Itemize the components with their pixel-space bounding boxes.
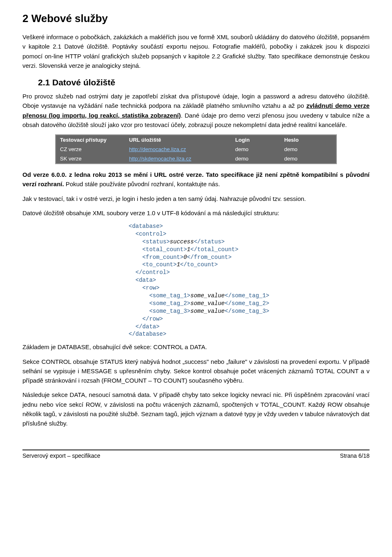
xml-tag: </from_count>: [187, 254, 232, 261]
table-row: SK verze http://skdemocache.liza.cz demo…: [56, 154, 336, 164]
xml-tag: <total_count>: [143, 246, 187, 253]
text: Pokud stále používáte původní rozhraní, …: [64, 180, 220, 187]
xml-tag: </status>: [194, 238, 225, 245]
paragraph-data: Následuje sekce DATA, nesoucí samotná da…: [22, 390, 370, 428]
cell-password: demo: [280, 154, 336, 164]
footer: Serverový export – specifikace Strana 6/…: [0, 449, 392, 463]
xml-tag: <some_tag_1>: [149, 292, 190, 299]
document-page: 2 Webové služby Veškeré informace o pobo…: [0, 0, 392, 441]
footer-left: Serverový export – specifikace: [22, 452, 100, 459]
xml-tag: <status>: [143, 238, 170, 245]
xml-tag: </database>: [129, 331, 166, 337]
paragraph-version-note: Od verze 6.0.0. z ledna roku 2013 se měn…: [22, 170, 370, 189]
xml-tag: </total_count>: [190, 246, 238, 253]
xml-value: some_value: [190, 292, 225, 299]
xml-value: 0: [183, 254, 187, 261]
paragraph-database: Základem je DATABASE, obsahující dvě sek…: [22, 342, 370, 352]
cell-url-link[interactable]: http://skdemocache.liza.cz: [125, 154, 231, 164]
xml-tag: </to_count>: [180, 261, 218, 268]
paragraph-structure-intro: Datové úložiště obsahuje XML soubory ver…: [22, 208, 370, 218]
xml-tag: <database>: [129, 223, 163, 229]
cell-url-link[interactable]: http://democache.liza.cz: [125, 145, 231, 154]
cell-login: demo: [231, 154, 280, 164]
xml-tag: <to_count>: [143, 261, 177, 268]
th-login: Login: [231, 135, 280, 145]
xml-tag: </some_tag_2>: [225, 300, 269, 307]
xml-tag: <data>: [136, 277, 156, 283]
xml-tag: <control>: [136, 231, 167, 237]
footer-divider: [22, 449, 370, 452]
xml-value: some_value: [190, 300, 225, 307]
xml-tag: </row>: [143, 316, 163, 322]
table-header-row: Testovací přístupy URL úložiště Login He…: [56, 135, 336, 145]
xml-tag: </data>: [136, 323, 160, 330]
paragraph-control: Sekce CONTROL obsahuje STATUS který nabý…: [22, 357, 370, 385]
th-access: Testovací přístupy: [56, 135, 125, 145]
access-table: Testovací přístupy URL úložiště Login He…: [55, 134, 337, 164]
xml-value: 1: [177, 261, 180, 268]
xml-tag: </some_tag_1>: [225, 292, 269, 299]
xml-tag: <some_tag_2>: [149, 300, 190, 307]
cell-version: SK verze: [56, 154, 125, 164]
footer-row: Serverový export – specifikace Strana 6/…: [0, 452, 392, 463]
xml-tag: <some_tag_3>: [149, 308, 190, 314]
table-row: CZ verze http://democache.liza.cz demo d…: [56, 145, 336, 154]
heading-2: 2.1 Datové úložiště: [22, 78, 370, 87]
xml-code-block: <database> <control> <status>success</st…: [129, 223, 370, 338]
xml-value: some_value: [190, 308, 225, 314]
xml-value: success: [170, 238, 194, 245]
xml-tag: <row>: [143, 285, 160, 291]
th-password: Heslo: [280, 135, 336, 145]
cell-version: CZ verze: [56, 145, 125, 154]
xml-tag: </some_tag_3>: [225, 308, 269, 314]
paragraph-2: Pro provoz služeb nad ostrými daty je za…: [22, 91, 370, 129]
xml-tag: </control>: [136, 269, 170, 276]
heading-1: 2 Webové služby: [22, 12, 370, 25]
th-url: URL úložiště: [125, 135, 231, 145]
footer-right: Strana 6/18: [340, 452, 370, 459]
paragraph-intro: Veškeré informace o pobočkách, zakázkách…: [22, 32, 370, 70]
cell-password: demo: [280, 145, 336, 154]
xml-tag: <from_count>: [143, 254, 184, 261]
paragraph-login-note: Jak v testovací, tak i v ostré verzi, je…: [22, 194, 370, 203]
cell-login: demo: [231, 145, 280, 154]
xml-value: 1: [187, 246, 190, 253]
